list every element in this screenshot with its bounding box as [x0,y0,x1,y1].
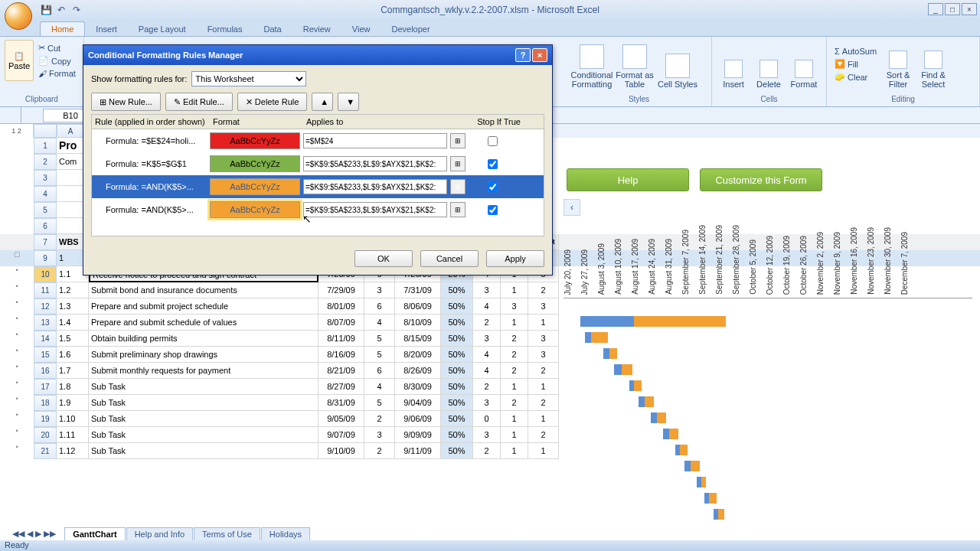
apply-button[interactable]: Apply [486,250,544,267]
row-header[interactable]: 9 [34,250,57,266]
clear-button[interactable]: 🧽 Clear [831,71,880,83]
save-icon[interactable]: 💾 [40,4,52,16]
rule-row[interactable]: Formula: =AND(K$5>...AaBbCcYyZz=$K$9:$5A… [92,198,544,221]
row-header[interactable]: 3 [34,170,57,186]
select-all[interactable] [34,124,57,138]
row-header[interactable]: 20 [34,427,57,443]
applies-to-input[interactable]: =$K$9:$5A$233,$L$9:$AYX$21,$K$2: [303,179,447,194]
outline-controls[interactable] [0,107,21,124]
row-header[interactable]: 15 [34,347,57,363]
table-row[interactable]: •131.4Prepare and submit schedule of val… [0,315,980,331]
sheet-tab[interactable]: Terms of Use [194,527,260,540]
stop-if-true-checkbox[interactable] [488,136,498,146]
tab-developer[interactable]: Developer [381,22,440,36]
stop-if-true-checkbox[interactable] [488,182,498,192]
row-header[interactable]: 18 [34,395,57,411]
range-selector-icon[interactable]: ⊞ [450,133,466,148]
table-row[interactable]: •121.3Prepare and submit project schedul… [0,298,980,315]
row-header[interactable]: 5 [34,202,57,218]
tab-home[interactable]: Home [40,21,85,36]
table-row[interactable]: •171.8Sub Task8/27/0948/30/0950%211 [0,379,980,395]
minimize-button[interactable]: _ [928,3,943,15]
table-row[interactable]: •161.7Submit monthly requests for paymen… [0,363,980,379]
new-rule-button[interactable]: ⊞ New Rule... [91,93,161,111]
row-header[interactable]: 4 [34,186,57,202]
copy-button[interactable]: 📄 Copy [35,55,79,67]
col-header[interactable]: A [57,124,84,138]
stop-if-true-checkbox[interactable] [488,205,498,215]
tab-review[interactable]: Review [292,22,341,36]
restore-button[interactable]: □ [945,3,960,15]
row-header[interactable]: 17 [34,379,57,395]
cancel-button[interactable]: Cancel [420,250,479,267]
sheet-tab[interactable]: Holidays [261,527,310,540]
tab-page-layout[interactable]: Page Layout [128,22,197,36]
tab-insert[interactable]: Insert [85,22,128,36]
tab-formulas[interactable]: Formulas [197,22,253,36]
move-up-button[interactable]: ▲ [312,93,333,111]
customize-button[interactable]: Customize this Form [700,168,822,191]
row-header[interactable]: 13 [34,315,57,331]
format-as-table-button[interactable]: Format as Table [614,40,655,89]
delete-cells-button[interactable]: Delete [752,40,786,89]
cut-button[interactable]: ✂ Cut [35,42,79,54]
tab-view[interactable]: View [341,22,381,36]
format-painter-button[interactable]: 🖌 Format [35,68,79,79]
cell-styles-button[interactable]: Cell Styles [657,40,698,89]
dialog-help-button[interactable]: ? [515,48,531,62]
redo-icon[interactable]: ↷ [70,4,83,16]
table-row[interactable]: •181.9Sub Task8/31/0959/04/0950%322 [0,395,980,411]
row-header[interactable]: 6 [34,218,57,234]
insert-cells-button[interactable]: Insert [717,40,750,89]
range-selector-icon[interactable]: ⊞ [450,179,466,194]
row-header[interactable]: 10 [34,266,57,282]
delete-rule-button[interactable]: ✕ Delete Rule [237,93,308,111]
stop-if-true-checkbox[interactable] [488,159,498,169]
table-row[interactable]: •211.12Sub Task9/10/0929/11/0950%211 [0,443,980,459]
close-button[interactable]: × [962,3,977,15]
ok-button[interactable]: OK [354,250,413,267]
table-row[interactable]: •151.6Submit preliminary shop drawings8/… [0,347,980,363]
row-header[interactable]: 12 [34,298,57,315]
paste-button[interactable]: 📋Paste [5,40,34,81]
sort-filter-button[interactable]: Sort & Filter [881,40,915,89]
find-select-button[interactable]: Find & Select [916,40,950,89]
rule-row[interactable]: Formula: =K$5=$G$1AaBbCcYyZz=$K$9:$5A$23… [92,152,544,175]
rule-row[interactable]: Formula: =$E$24=holi...AaBbCcYyZz=$M$24⊞ [92,129,544,152]
applies-to-input[interactable]: =$K$9:$5A$233,$L$9:$AYX$21,$K$2: [303,156,447,171]
range-selector-icon[interactable]: ⊞ [450,202,466,217]
sheet-tab[interactable]: Help and Info [126,527,193,540]
office-button[interactable] [5,2,32,30]
dialog-titlebar[interactable]: Conditional Formatting Rules Manager ? × [83,45,552,65]
sheet-tab[interactable]: GanttChart [64,527,125,540]
outline-level-buttons[interactable]: 1 2 [0,124,34,138]
edit-rule-button[interactable]: ✎ Edit Rule... [165,93,233,111]
row-header[interactable]: 1 [34,138,57,154]
row-header[interactable]: 19 [34,411,57,427]
fill-button[interactable]: 🔽 Fill [831,58,880,70]
dialog-close-button[interactable]: × [532,48,547,62]
row-header[interactable]: 14 [34,331,57,347]
show-rules-select[interactable]: This Worksheet [191,71,306,86]
move-down-button[interactable]: ▼ [338,93,359,111]
table-row[interactable]: •191.10Sub Task9/05/0929/06/0950%011 [0,411,980,427]
table-row[interactable]: •201.11Sub Task9/07/0939/09/0950%312 [0,427,980,443]
conditional-formatting-button[interactable]: Conditional Formatting [571,40,612,89]
table-row[interactable]: •141.5Obtain building permits8/11/0958/1… [0,331,980,347]
tab-data[interactable]: Data [253,22,292,36]
row-header[interactable]: 16 [34,363,57,379]
nav-back-button[interactable]: ‹ [564,199,580,216]
rule-row[interactable]: Formula: =AND(K$5>...AaBbCcYyZz=$K$9:$5A… [92,175,544,198]
format-cells-button[interactable]: Format [787,40,821,89]
row-header[interactable]: 21 [34,443,57,459]
row-header[interactable]: 11 [34,282,57,298]
undo-icon[interactable]: ↶ [55,4,67,16]
row-header[interactable]: 2 [34,154,57,170]
applies-to-input[interactable]: =$M$24 [303,133,447,148]
range-selector-icon[interactable]: ⊞ [450,156,466,171]
row-header[interactable]: 7 [34,234,57,250]
rules-list[interactable]: Formula: =$E$24=holi...AaBbCcYyZz=$M$24⊞… [91,129,544,236]
applies-to-input[interactable]: =$K$9:$5A$233,$L$9:$AYX$21,$K$2: [303,202,447,217]
autosum-button[interactable]: Σ AutoSum [831,46,880,57]
help-button[interactable]: Help [567,168,689,191]
